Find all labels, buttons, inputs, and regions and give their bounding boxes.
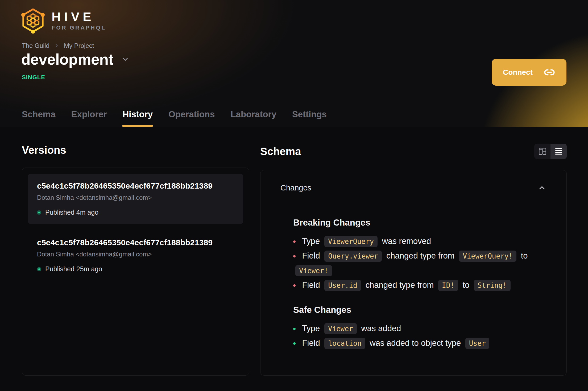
change-item: Field User.id changed type from ID! to S… [293,278,546,293]
list-view-button[interactable] [550,144,567,159]
published-dot-icon [37,210,41,215]
change-item: Type Viewer was added [293,321,546,336]
change-item: Type ViewerQuery was removed [293,234,546,249]
tab-history[interactable]: History [122,109,153,127]
bullet-icon [293,342,296,345]
code-chip: Query.viewer [324,251,382,262]
code-chip: ViewerQuery [324,236,378,247]
published-dot-icon [37,267,41,271]
bullet-icon [293,255,296,257]
code-chip: location [324,338,365,349]
change-item: Field Query.viewer changed type from Vie… [293,249,546,278]
tab-operations[interactable]: Operations [168,109,215,127]
tab-schema[interactable]: Schema [22,109,56,127]
version-status-text: Published 4m ago [45,209,98,216]
bullet-icon [293,240,296,243]
brand-tagline: FOR GRAPHQL [52,24,106,31]
tab-laboratory[interactable]: Laboratory [230,109,276,127]
versions-list: c5e4c1c5f78b26465350e4ecf677cf188bb21389… [22,168,249,376]
change-list: Type Viewer was added Field location was… [293,321,546,351]
changes-collapse-header[interactable]: Changes [280,182,546,193]
version-status: Published 25m ago [37,265,234,273]
hive-logo-icon [21,7,45,34]
section-title-breaking-changes: Breaking Changes [293,218,546,228]
code-chip: ID! [438,280,458,291]
connect-button-label: Connect [503,68,533,77]
main-content: Versions c5e4c1c5f78b26465350e4ecf677cf1… [0,127,588,376]
chevron-right-icon [54,43,60,49]
code-chip: ViewerQuery! [459,251,516,262]
code-chip: User [465,338,490,349]
tab-bar: SchemaExplorerHistoryOperationsLaborator… [22,109,327,127]
chevron-down-icon [121,55,129,63]
connect-button[interactable]: Connect [492,59,566,86]
schema-heading: Schema [260,145,301,157]
version-author: Dotan Simha <dotansimha@gmail.com> [37,194,234,201]
schema-panel: Schema [260,144,567,376]
list-icon [554,147,564,156]
hive-logo[interactable]: HIVE FOR GRAPHQL [21,7,106,34]
hive-app: { "brand": { "name": "HIVE", "tagline": … [0,0,588,391]
tab-settings[interactable]: Settings [292,109,327,127]
code-chip: User.id [324,280,361,291]
version-author: Dotan Simha <dotansimha@gmail.com> [37,251,234,258]
columns-view-button[interactable] [534,144,550,159]
brand-name: HIVE [52,10,106,23]
version-list-item[interactable]: c5e4c1c5f78b26465350e4ecf677cf188bb21389… [28,230,243,281]
versions-heading: Versions [22,144,249,156]
target-selector[interactable]: development [21,51,129,68]
status-badge: SINGLE [22,74,45,81]
columns-icon [538,147,547,156]
versions-panel: Versions c5e4c1c5f78b26465350e4ecf677cf1… [22,144,249,376]
code-chip: Viewer! [295,265,332,276]
page-title: development [21,51,113,68]
tab-explorer[interactable]: Explorer [71,109,107,127]
change-item: Field location was added to object type … [293,336,546,351]
changes-body: Breaking Changes Type ViewerQuery was re… [280,218,546,351]
section-title-safe-changes: Safe Changes [293,305,546,315]
version-status: Published 4m ago [37,209,234,216]
changes-title: Changes [280,184,311,192]
change-list: Type ViewerQuery was removed Field Query… [293,234,546,293]
version-status-text: Published 25m ago [45,265,102,273]
changes-card: Changes Breaking Changes Type ViewerQuer… [260,170,567,376]
bullet-icon [293,284,296,287]
version-hash: c5e4c1c5f78b26465350e4ecf677cf188bb21389 [37,181,234,190]
bullet-icon [293,328,296,330]
version-list-item[interactable]: c5e4c1c5f78b26465350e4ecf677cf188bb21389… [28,174,243,224]
breadcrumb: The Guild My Project [22,42,94,49]
header: HIVE FOR GRAPHQL The Guild My Project de… [0,0,588,127]
version-hash: c5e4c1c5f78b26465350e4ecf677cf188bb21389 [37,238,234,247]
breadcrumb-project[interactable]: My Project [64,42,94,49]
link-icon [544,66,555,78]
view-toggle [534,144,567,159]
chevron-up-icon [537,183,546,192]
breadcrumb-org[interactable]: The Guild [22,42,49,49]
code-chip: String! [474,280,511,291]
code-chip: Viewer [324,323,357,334]
